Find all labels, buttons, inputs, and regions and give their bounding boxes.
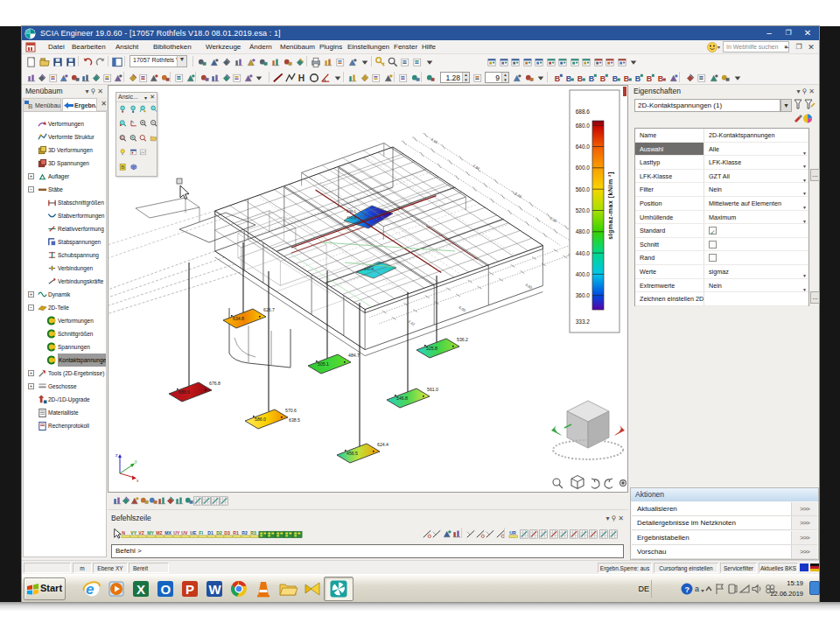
checkbox-checked[interactable] (709, 227, 717, 234)
view-tool-vz3-icon[interactable] (138, 104, 148, 114)
tb2b-b10-icon[interactable]: B (655, 72, 668, 84)
tb1f-drop-icon[interactable] (627, 56, 640, 68)
tree-expander-icon[interactable]: + (28, 173, 34, 179)
smiley-dropdown-icon[interactable]: ▾ (718, 44, 720, 50)
property-row-auswahl[interactable]: AuswahlAlle▼ (635, 143, 808, 157)
action-run-button[interactable]: >>> (791, 545, 817, 558)
menu-bibliotheken[interactable]: Bibliotheken (153, 40, 192, 54)
action-vorschau[interactable]: Vorschau>>> (632, 545, 817, 559)
tb1f-f5-icon[interactable] (533, 56, 545, 68)
tb1-save-icon[interactable] (65, 56, 77, 68)
view-tool-vzr-icon[interactable] (138, 133, 148, 143)
dropdown-arrow-icon[interactable]: ▼ (802, 187, 807, 196)
tb1-panel-blue-icon[interactable] (111, 56, 123, 68)
tree-expander-icon[interactable]: − (28, 304, 34, 311)
action-ergebnistabellen[interactable]: Ergebnistabellen>>> (632, 531, 817, 545)
menu--ndern[interactable]: Ändern (249, 40, 272, 54)
view-tool-vzi-icon[interactable] (138, 118, 148, 128)
property-row-extremwerte[interactable]: ExtremwerteNein▼ (635, 279, 808, 293)
tree-expander-icon[interactable]: − (28, 186, 34, 192)
tb1-prev-icon[interactable] (322, 56, 334, 68)
menu-einstellungen[interactable]: Einstellungen (347, 40, 389, 54)
tb2-w2-icon[interactable] (359, 72, 371, 84)
tb2b-b2-icon[interactable]: B (564, 72, 576, 84)
menu-ansicht[interactable]: Ansicht (116, 40, 138, 54)
tb2c-i2-icon[interactable] (696, 72, 708, 84)
tb2-sA-icon[interactable] (472, 72, 484, 84)
menu-men-baum[interactable]: Menübaum (280, 40, 315, 54)
view-tool-vfo-icon[interactable] (149, 133, 158, 143)
taskbar-app-scia-engineer[interactable] (328, 578, 349, 599)
tray-volume-icon[interactable] (750, 582, 764, 596)
action-detailergebnisse-im-netzknoten[interactable]: Detailergebnisse im Netzknoten>>> (632, 516, 817, 530)
view-tool-vcube-icon[interactable] (129, 162, 138, 172)
tb2c-drop-icon[interactable] (732, 72, 744, 84)
tb1f-f1-icon[interactable] (486, 56, 498, 68)
tb1f-f3-icon[interactable] (509, 56, 522, 68)
count-spinner[interactable]: 9▲▼ (485, 72, 509, 83)
tab-menubaum[interactable]: B Menübaum (23, 98, 61, 111)
tb1-key-icon[interactable] (374, 56, 387, 68)
view-tool-vz1-icon[interactable] (118, 104, 128, 114)
dropdown-arrow-icon[interactable]: ▼ (802, 201, 807, 210)
action-aktualisieren[interactable]: Aktualisieren>>> (632, 502, 817, 516)
tb2-angle-icon[interactable] (319, 72, 332, 84)
tb1f-f9-icon[interactable] (580, 56, 592, 68)
tab-ergebnisse[interactable]: Ergebn... (62, 98, 97, 111)
tb1f-f8-icon[interactable] (569, 56, 581, 68)
property-row-zeichnen-einstellen-2d[interactable]: Zeichnen einstellen 2D (635, 292, 808, 306)
props-close-icon[interactable]: ✕ (808, 88, 816, 95)
tb2b-dia-icon[interactable] (668, 72, 680, 84)
tb2-delR-icon[interactable] (397, 72, 410, 84)
tb2-w3-icon[interactable] (370, 72, 382, 84)
view-tool-vim2-icon[interactable] (138, 147, 148, 157)
taskbar-app-chrome[interactable] (228, 578, 249, 599)
ellipsis-button[interactable]: ... (810, 169, 820, 181)
tb1-maskB-icon[interactable] (270, 56, 282, 68)
show-desktop-button[interactable] (809, 581, 820, 595)
taskbar-app-excel[interactable]: X (130, 578, 151, 599)
vstrip-gridP-icon[interactable] (218, 494, 230, 507)
tb2c-i3-icon[interactable] (708, 72, 720, 84)
tb2-polyline-icon[interactable] (284, 72, 297, 84)
property-row-rand[interactable]: Rand (635, 251, 808, 265)
view-toolbox[interactable]: Ansic...▾✕B (116, 92, 158, 177)
tree-expander-icon[interactable]: + (28, 383, 34, 389)
tb2-sC-icon[interactable] (523, 72, 536, 84)
tb2-O-icon[interactable] (308, 72, 320, 84)
tb1-redo-icon[interactable] (94, 56, 107, 68)
status-command-cursorfang-einstellen[interactable]: Cursorfang einstellen (654, 563, 718, 573)
tray-language[interactable]: DE (638, 584, 649, 593)
view-toolbox-menu-icon[interactable]: ▾ (144, 94, 147, 101)
tb1-axes-icon[interactable] (233, 56, 245, 68)
scale-spinner-buttons[interactable]: ▲▼ (462, 73, 469, 82)
property-row-name[interactable]: Name2D-Kontaktspannungen (635, 129, 808, 143)
tb1f-f10-icon[interactable] (592, 56, 605, 68)
tb1-printer-icon[interactable] (310, 56, 322, 68)
tb1f-f4-icon[interactable] (522, 56, 534, 68)
tb1-tabl-icon[interactable] (334, 56, 346, 68)
dropdown-arrow-icon[interactable]: ▼ (802, 147, 807, 156)
panel-close-icon[interactable]: ✕ (97, 88, 105, 95)
tb1f-f11-icon[interactable] (604, 56, 616, 68)
tb1-save-icon[interactable] (52, 56, 64, 68)
count-spinner-buttons[interactable]: ▲▼ (501, 73, 508, 82)
view-tool-vza-icon[interactable] (129, 133, 138, 143)
tb2-drop-icon[interactable] (253, 72, 265, 84)
tb1-copyx-icon[interactable] (245, 56, 257, 68)
cmd-close-icon[interactable]: ✕ (618, 514, 626, 522)
tb1-docg-icon[interactable] (346, 56, 359, 68)
tb2-sB-icon[interactable] (511, 72, 523, 84)
tb1-levl-icon[interactable] (399, 56, 411, 68)
tb1f-f6-icon[interactable] (545, 56, 557, 68)
menu-werkzeuge[interactable]: Werkzeuge (206, 40, 241, 54)
tb1-zoom-doc-icon[interactable] (387, 56, 399, 68)
tb1f-f2-icon[interactable] (498, 56, 510, 68)
tb2b-b8-icon[interactable]: B (633, 72, 645, 84)
taskbar-app-outlook[interactable]: O (155, 578, 176, 599)
tb2c-i1-icon[interactable] (684, 72, 696, 84)
dropdown-arrow-icon[interactable]: ▼ (802, 270, 807, 278)
view-tool-vzw-icon[interactable] (118, 133, 128, 143)
taskbar-app-folder[interactable] (277, 578, 298, 599)
dropdown-arrow-icon[interactable]: ▼ (802, 160, 807, 169)
